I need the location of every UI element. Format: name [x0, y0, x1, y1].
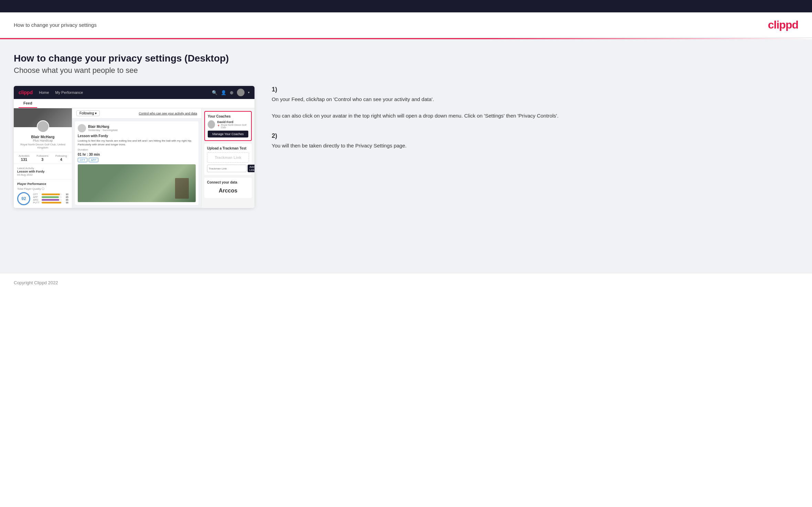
duration-value: 01 hr : 30 min: [78, 153, 196, 156]
mockup-logo: clippd: [19, 90, 33, 95]
clippd-logo: clippd: [768, 19, 798, 31]
quality-score: 92: [17, 192, 30, 205]
duration-label: Duration: [78, 148, 196, 151]
quality-label: Total Player Quality ⓘ: [17, 187, 68, 191]
mockup-body: Blair McHarg Plus Handicap Royal North D…: [14, 108, 255, 208]
latest-activity: Latest Activity Lesson with Fordy 03 Aug…: [14, 164, 72, 179]
post-card: Blair McHarg Yesterday · Sunningdale Les…: [75, 121, 198, 205]
stat-followers-value: 3: [36, 157, 48, 162]
connect-section: Connect your data Arccos: [204, 178, 252, 198]
mockup-nav-home[interactable]: Home: [39, 90, 49, 95]
latest-date: 03 Aug 2022: [17, 173, 68, 176]
profile-stats: Activities 131 Followers 3 Following 4: [14, 152, 72, 164]
latest-label: Latest Activity: [17, 167, 68, 170]
post-user-row: Blair McHarg Yesterday · Sunningdale: [78, 124, 196, 132]
profile-header-image: [14, 108, 72, 127]
bar-arg: ARG 86: [33, 199, 68, 201]
feed-tab[interactable]: Feed: [19, 99, 37, 108]
coach-club: 📍 Royal North Devon Golf Club: [217, 124, 248, 129]
instruction-1-number: 1): [272, 86, 798, 93]
control-privacy-link[interactable]: Control who can see your activity and da…: [139, 112, 197, 115]
post-user-info: Blair McHarg Yesterday · Sunningdale: [88, 125, 118, 132]
mockup-nav-performance[interactable]: My Performance: [55, 90, 83, 95]
manage-coaches-button[interactable]: Manage Your Coaches: [208, 131, 248, 137]
trackman-input[interactable]: [207, 165, 247, 172]
connect-title: Connect your data: [207, 180, 249, 184]
mockup-nav: clippd Home My Performance 🔍 👤 ⊕ ▾: [14, 86, 255, 99]
nav-avatar[interactable]: [237, 89, 245, 96]
instruction-2-number: 2): [272, 132, 798, 140]
content-row: clippd Home My Performance 🔍 👤 ⊕ ▾ Feed: [14, 86, 798, 208]
mockup-nav-right: 🔍 👤 ⊕ ▾: [212, 89, 250, 96]
center-top-bar: Following ▾ Control who can see your act…: [72, 108, 201, 119]
stat-following: Following 4: [55, 154, 67, 162]
right-panel: Your Coaches David Ford 📍 Royal North De…: [201, 108, 255, 208]
coaches-title: Your Coaches: [208, 114, 248, 118]
post-title: Lesson with Fordy: [78, 134, 196, 138]
upload-section: Upload a Trackman Test Trackman Link Add…: [204, 144, 252, 175]
bar-putt: PUTT 96: [33, 201, 68, 204]
coach-info: David Ford 📍 Royal North Devon Golf Club: [217, 120, 248, 129]
copyright-text: Copyright Clippd 2022: [14, 280, 58, 285]
stat-activities-value: 131: [19, 157, 30, 162]
tag-app: APP: [89, 158, 98, 162]
page-subtitle: Choose what you want people to see: [14, 66, 798, 75]
search-icon[interactable]: 🔍: [212, 90, 217, 95]
stat-following-label: Following: [55, 154, 67, 157]
post-user-name: Blair McHarg: [88, 125, 118, 129]
trackman-placeholder: Trackman Link: [207, 152, 249, 163]
bar-app: APP 85: [33, 196, 68, 198]
instruction-2: 2) You will then be taken directly to th…: [272, 132, 798, 150]
quality-bars: OTT 90 APP 85 ARG: [33, 193, 68, 204]
main-content: How to change your privacy settings (Des…: [0, 39, 812, 273]
stat-following-value: 4: [55, 157, 67, 162]
location-icon: 📍: [217, 125, 220, 128]
tag-row: OTT APP: [78, 158, 196, 162]
coach-club-text: Royal North Devon Golf Club: [221, 124, 248, 129]
user-icon[interactable]: 👤: [221, 90, 226, 95]
coaches-section: Your Coaches David Ford 📍 Royal North De…: [204, 111, 252, 141]
instruction-2-text: You will then be taken directly to the P…: [272, 142, 798, 150]
upload-title: Upload a Trackman Test: [207, 146, 249, 150]
stat-activities-label: Activities: [19, 154, 30, 157]
profile-handicap: Plus Handicap: [17, 139, 69, 142]
coach-avatar: [208, 120, 215, 129]
post-location: Yesterday · Sunningdale: [88, 129, 118, 132]
profile-panel: Blair McHarg Plus Handicap Royal North D…: [14, 108, 72, 208]
arccos-text: Arccos: [207, 186, 249, 195]
stat-followers-label: Followers: [36, 154, 48, 157]
profile-club: Royal North Devon Golf Club, United King…: [17, 143, 69, 149]
perf-title: Player Performance: [17, 182, 68, 186]
latest-name: Lesson with Fordy: [17, 170, 68, 173]
instruction-1-text: On your Feed, click/tap on 'Control who …: [272, 95, 798, 120]
top-bar: [0, 0, 812, 12]
player-performance: Player Performance Total Player Quality …: [14, 179, 72, 208]
post-description: Looking to feel like my hands are exitin…: [78, 139, 196, 146]
add-link-button[interactable]: Add Link: [248, 165, 255, 172]
trackman-input-row: Add Link: [207, 165, 249, 172]
stat-followers: Followers 3: [36, 154, 48, 162]
quality-row: 92 OTT 90 APP 85: [17, 192, 68, 205]
coach-name: David Ford: [217, 120, 248, 124]
profile-avatar: [37, 120, 49, 133]
breadcrumb: How to change your privacy settings: [14, 22, 97, 28]
tag-ott: OTT: [78, 158, 87, 162]
instruction-1: 1) On your Feed, click/tap on 'Control w…: [272, 86, 798, 120]
instructions-panel: 1) On your Feed, click/tap on 'Control w…: [268, 86, 798, 162]
coach-row: David Ford 📍 Royal North Devon Golf Club: [208, 120, 248, 129]
plus-icon[interactable]: ⊕: [230, 90, 234, 95]
screenshot-mockup: clippd Home My Performance 🔍 👤 ⊕ ▾ Feed: [14, 86, 255, 208]
post-avatar: [78, 124, 86, 132]
header: How to change your privacy settings clip…: [0, 12, 812, 38]
page-title: How to change your privacy settings (Des…: [14, 53, 798, 64]
following-button[interactable]: Following ▾: [76, 110, 100, 116]
profile-name: Blair McHarg: [17, 135, 69, 139]
stat-activities: Activities 131: [19, 154, 30, 162]
bar-ott: OTT 90: [33, 193, 68, 196]
post-image: [78, 164, 196, 202]
chevron-down-icon[interactable]: ▾: [248, 91, 250, 94]
footer: Copyright Clippd 2022: [0, 273, 812, 292]
feed-panel: Following ▾ Control who can see your act…: [72, 108, 201, 208]
feed-tab-row: Feed: [14, 99, 255, 108]
